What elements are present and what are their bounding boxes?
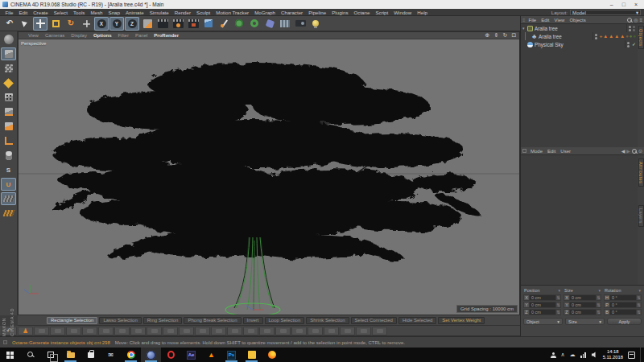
rotation-field[interactable]: B0 °⇅ [604, 309, 642, 315]
spinner[interactable]: ⇅ [597, 309, 601, 315]
filter-icon[interactable]: ◎ [634, 17, 638, 23]
size-header[interactable]: Size▾ [564, 287, 601, 294]
position-field[interactable]: Z0 cm⇅ [523, 309, 561, 315]
clock[interactable]: 14:18 5.11.2018 [603, 349, 623, 360]
menu-item[interactable]: Tools [70, 10, 87, 15]
snap-settings-icon[interactable]: S [1, 163, 16, 176]
photoshop-icon[interactable]: Ps [221, 348, 242, 362]
size-field[interactable]: X0 cm⇅ [564, 294, 601, 301]
z-axis-toggle[interactable]: Z [125, 17, 139, 31]
octane-material-tag[interactable]: ▲ [614, 34, 619, 39]
close-button[interactable]: × [634, 2, 638, 7]
command-button[interactable]: Select Connected [351, 317, 397, 324]
menu-item[interactable]: Octane [351, 10, 373, 15]
polygons-mode-icon[interactable] [1, 120, 16, 133]
texture-tag[interactable]: ● [630, 34, 633, 39]
objects-menu-item[interactable]: View [552, 18, 568, 23]
weld-tool-icon[interactable] [130, 327, 146, 335]
slide-tool-icon[interactable] [340, 327, 355, 335]
sticky-notes-icon[interactable] [242, 348, 262, 362]
command-button[interactable]: Shrink Selection [306, 317, 349, 324]
stitch-tool-icon[interactable] [195, 327, 210, 335]
mode-checkbox[interactable] [522, 149, 526, 153]
rotation-field[interactable]: P0 °⇅ [604, 302, 642, 308]
search-icon[interactable] [632, 149, 637, 154]
viewport-menu-item[interactable]: Display [68, 33, 90, 38]
lock-icon[interactable]: ⊙ [638, 148, 642, 154]
menu-item[interactable]: Render [171, 10, 193, 15]
environment-icon[interactable] [278, 17, 292, 31]
texture-tag[interactable]: ● [633, 34, 636, 39]
command-button[interactable]: Ring Selection [143, 317, 183, 324]
objects-tree[interactable]: ▾ Aralia tree ♣ Aralia tree +▲▲▲▲●●● [521, 24, 638, 147]
task-view-button[interactable] [40, 348, 60, 362]
objects-menu-item[interactable]: File [526, 18, 539, 23]
menu-item[interactable]: Snap [105, 10, 122, 15]
move-tool-icon[interactable] [33, 17, 47, 31]
mail-icon[interactable]: ✉ [101, 348, 121, 362]
spinner[interactable]: ⇅ [597, 294, 601, 301]
viewport-menu-item[interactable]: ProRender [151, 33, 182, 38]
compositing-tag[interactable]: ✓ [632, 42, 636, 47]
brush-tool-icon[interactable] [34, 327, 49, 335]
menu-item[interactable]: Edit [16, 10, 31, 15]
extrude-tool-icon[interactable] [66, 327, 81, 335]
close-hole-tool-icon[interactable] [114, 327, 130, 335]
visibility-toggles[interactable] [629, 26, 631, 31]
command-button[interactable]: Hide Selected [398, 317, 436, 324]
show-desktop-button[interactable] [640, 348, 642, 362]
tab-layers[interactable]: Layers [638, 205, 644, 227]
matrix-extrude-tool-icon[interactable] [308, 327, 323, 335]
history-back-icon[interactable]: ◀ [621, 148, 625, 154]
tab-attributes[interactable]: Attributes [638, 158, 644, 187]
menu-item[interactable]: Simulate [147, 10, 171, 15]
normal-move-tool-icon[interactable] [259, 327, 275, 335]
apply-button[interactable]: Apply [607, 318, 642, 325]
octane-material-tag[interactable]: ▲ [603, 34, 608, 39]
deformers-icon[interactable] [262, 17, 277, 31]
iron-tool-icon[interactable] [179, 327, 194, 335]
render-settings-icon[interactable] [171, 17, 185, 31]
coord-size-dropdown[interactable]: Size▾ [565, 318, 605, 325]
menu-item[interactable]: Plugins [329, 10, 351, 15]
menu-item[interactable]: Script [373, 10, 391, 15]
magnet-tool-icon[interactable] [163, 327, 178, 335]
store-icon[interactable] [80, 348, 101, 362]
camera-icon[interactable] [293, 17, 308, 31]
menu-item[interactable]: Help [415, 10, 431, 15]
coordinate-system-icon[interactable] [140, 17, 155, 31]
object-row-physical-sky[interactable]: Physical Sky ✓ [521, 40, 638, 48]
workplane-mode-icon[interactable] [1, 76, 16, 89]
quantize-icon[interactable] [1, 207, 16, 220]
render-toggles[interactable] [633, 26, 635, 31]
menu-item[interactable]: Select [51, 10, 70, 15]
texture-mode-icon[interactable] [1, 62, 16, 75]
tray-chevron-icon[interactable]: ∧ [561, 352, 565, 358]
viewport-canvas[interactable]: Perspective Grid Spacing : 10000 cm [19, 39, 519, 315]
primitive-cube-icon[interactable] [201, 17, 216, 31]
spinner[interactable]: ⇅ [637, 309, 642, 315]
x-axis-toggle[interactable]: X [94, 17, 109, 31]
chrome-icon[interactable] [121, 348, 141, 362]
spline-pen-icon[interactable] [217, 17, 231, 31]
edge-cut-tool-icon[interactable] [211, 327, 226, 335]
viewport-menu-item[interactable]: Panel [132, 33, 151, 38]
maximize-button[interactable]: □ [622, 2, 625, 7]
pan-view-icon[interactable]: ⊕ [484, 32, 491, 39]
objects-menu-item[interactable]: Objects [567, 18, 588, 23]
zoom-view-icon[interactable]: ⇕ [493, 32, 500, 39]
coord-mode-dropdown[interactable]: Object▾ [523, 318, 563, 325]
axis-mode-icon[interactable] [1, 134, 16, 147]
people-icon[interactable] [551, 352, 556, 358]
bridge-tool-icon[interactable] [98, 327, 114, 335]
viewport-solo-icon[interactable] [1, 149, 16, 162]
object-row-aralia-child[interactable]: ♣ Aralia tree +▲▲▲▲●●● [521, 32, 638, 40]
menu-item[interactable]: Window [391, 10, 415, 15]
object-row-aralia-parent[interactable]: ▾ Aralia tree [521, 24, 638, 32]
octane-object-tag[interactable]: + [600, 34, 603, 39]
command-button[interactable]: Loop Selection [265, 317, 305, 324]
array-tool-icon[interactable] [356, 327, 371, 335]
rotation-field[interactable]: H0 °⇅ [604, 294, 642, 301]
size-field[interactable]: Y0 cm⇅ [564, 302, 601, 308]
render-view-icon[interactable] [155, 17, 170, 31]
